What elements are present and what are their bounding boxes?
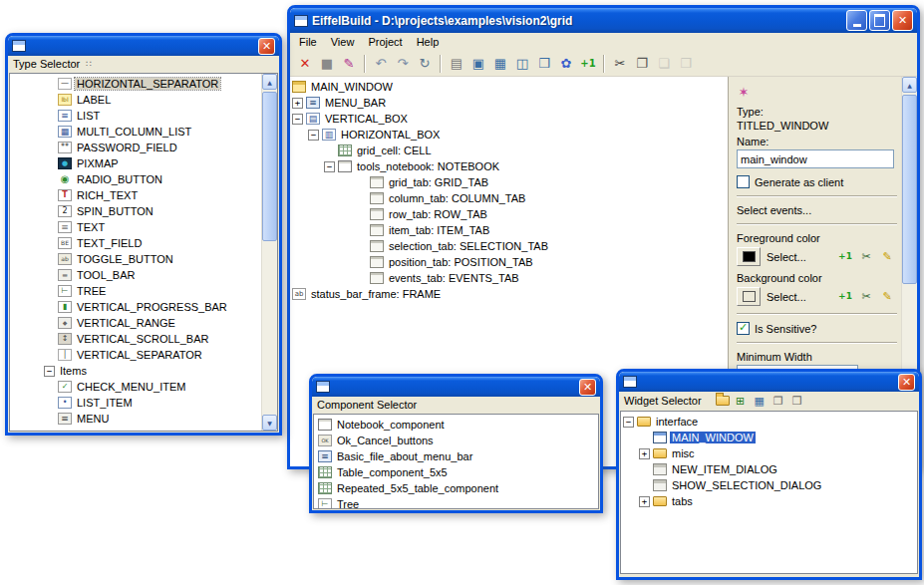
background-select-button[interactable]: Select...: [767, 291, 806, 303]
select-events-button[interactable]: Select events...: [737, 204, 897, 216]
bg-scissors-icon[interactable]: ✂: [859, 291, 873, 303]
fg-add-one-icon[interactable]: +1: [838, 251, 852, 263]
delete-button[interactable]: ✕: [295, 54, 315, 74]
tree-item-list[interactable]: ≡LIST: [10, 108, 261, 124]
foreground-select-button[interactable]: Select...: [767, 251, 806, 263]
minimize-button[interactable]: [846, 10, 867, 31]
list-item-ok-cancel-buttons[interactable]: OKOk_Cancel_buttons: [314, 433, 598, 448]
tree-item-label[interactable]: lblLABEL: [10, 92, 261, 108]
cut-button[interactable]: ✂: [610, 54, 630, 74]
tree-item-new-item-dialog[interactable]: NEW_ITEM_DIALOG: [621, 461, 917, 477]
expander-icon[interactable]: −: [292, 114, 303, 125]
generate-client-checkbox[interactable]: [737, 175, 750, 188]
tree-item-grid-tab-grid-tab[interactable]: grid_tab: GRID_TAB: [290, 174, 728, 190]
type-selector-titlebar[interactable]: [8, 36, 279, 56]
tree-item-check-menu-item[interactable]: ✓CHECK_MENU_ITEM: [10, 379, 261, 395]
tree-item-list-item[interactable]: •LIST_ITEM: [10, 395, 261, 411]
clipboard-button[interactable]: ❒: [676, 54, 696, 74]
menu-item-project[interactable]: Project: [361, 35, 409, 49]
tree-item-spin-button[interactable]: 2SPIN_BUTTON: [10, 203, 261, 219]
list-item-table-component-5x5[interactable]: Table_component_5x5: [314, 464, 598, 480]
tree-item-main-window[interactable]: MAIN_WINDOW: [621, 430, 917, 445]
tree-item-interface[interactable]: −interface: [621, 414, 917, 430]
foreground-color-button[interactable]: [737, 247, 761, 266]
menu-item-file[interactable]: File: [292, 35, 324, 49]
notebook-button[interactable]: ❒: [534, 54, 554, 74]
list-item-notebook-component[interactable]: Notebook_component: [314, 417, 598, 433]
scroll-thumb[interactable]: [262, 92, 277, 241]
show-grid-button[interactable]: ▦: [752, 394, 768, 408]
tree-item-items[interactable]: −Items: [10, 363, 261, 379]
tree-item-horizontal-separator[interactable]: —HORIZONTAL_SEPARATOR: [10, 76, 261, 92]
tree-item-pixmap[interactable]: ●PIXMAP: [10, 155, 261, 171]
new-folder-button[interactable]: [716, 396, 730, 406]
expander-icon[interactable]: −: [623, 417, 634, 428]
expander-icon[interactable]: −: [324, 161, 335, 172]
generate-button[interactable]: ▤: [447, 54, 466, 74]
tree-item-tabs[interactable]: +tabs: [621, 493, 917, 509]
copy-widget-button[interactable]: ❐: [770, 394, 786, 408]
type-selector-scrollbar[interactable]: [261, 74, 277, 431]
tree-item-column-tab-column-tab[interactable]: column_tab: COLUMN_TAB: [290, 190, 728, 206]
tree-item-main-window[interactable]: MAIN_WINDOW: [290, 79, 728, 95]
tree-item-show-selection-dialog[interactable]: SHOW_SELECTION_DIALOG: [621, 477, 917, 493]
add-one-button[interactable]: +1: [578, 54, 598, 74]
list-item-tree[interactable]: ⊢Tree: [314, 496, 598, 508]
tree-item-horizontal-box[interactable]: −▥HORIZONTAL_BOX: [290, 127, 728, 143]
close-button[interactable]: [892, 10, 913, 31]
tree-item-multi-column-list[interactable]: ▦MULTI_COLUMN_LIST: [10, 124, 261, 140]
maximize-button[interactable]: [869, 10, 890, 31]
name-input[interactable]: [737, 149, 894, 168]
add-widget-button[interactable]: ⊞: [733, 394, 749, 408]
table-button[interactable]: ▦: [490, 54, 510, 74]
is-sensitive-checkbox[interactable]: [737, 322, 750, 335]
redo-button[interactable]: ↷: [393, 54, 413, 74]
component-selector-close-button[interactable]: [579, 379, 596, 396]
scroll-thumb[interactable]: [902, 95, 917, 284]
menu-item-help[interactable]: Help: [410, 35, 447, 49]
refresh-button[interactable]: ↻: [415, 54, 435, 74]
component-selector-titlebar[interactable]: [312, 377, 600, 397]
split-button[interactable]: ◫: [512, 54, 532, 74]
tree-item-vertical-box[interactable]: −▤VERTICAL_BOX: [290, 111, 728, 127]
stop-button[interactable]: ■: [317, 54, 337, 74]
tree-item-item-tab-item-tab[interactable]: item_tab: ITEM_TAB: [290, 222, 728, 238]
tree-item-vertical-range[interactable]: ◆VERTICAL_RANGE: [10, 315, 261, 331]
wand-icon[interactable]: ✶: [737, 86, 751, 98]
tree-item-menu-bar[interactable]: +≡MENU_BAR: [290, 95, 728, 111]
expander-icon[interactable]: −: [308, 130, 319, 141]
tree-item-misc[interactable]: +misc: [621, 445, 917, 461]
scroll-up-button[interactable]: [902, 77, 917, 93]
widget-selector-close-button[interactable]: [898, 374, 915, 391]
tree-item-tree[interactable]: ⊢TREE: [10, 283, 261, 299]
expander-icon[interactable]: +: [292, 98, 303, 109]
paste-button[interactable]: ❏: [654, 54, 674, 74]
screen-button[interactable]: ▣: [468, 54, 488, 74]
tree-item-menu[interactable]: ≡MENU: [10, 411, 261, 427]
bg-edit-icon[interactable]: ✎: [880, 291, 894, 303]
tree-item-password-field[interactable]: **PASSWORD_FIELD: [10, 140, 261, 155]
tree-item-vertical-progress-bar[interactable]: ▮VERTICAL_PROGRESS_BAR: [10, 299, 261, 315]
type-selector-close-button[interactable]: [258, 38, 275, 55]
fg-edit-icon[interactable]: ✎: [880, 251, 894, 263]
delete-widget-button[interactable]: ❒: [789, 394, 805, 408]
list-item-repeated-5x5-table-component[interactable]: Repeated_5x5_table_component: [314, 480, 598, 496]
main-titlebar[interactable]: EiffelBuild - D:\projects\examples\visio…: [290, 8, 917, 33]
tree-item-tools-notebook-notebook[interactable]: −tools_notebook: NOTEBOOK: [290, 158, 728, 174]
tree-item-grid-cell-cell[interactable]: grid_cell: CELL: [290, 143, 728, 158]
tree-item-vertical-separator[interactable]: |VERTICAL_SEPARATOR: [10, 347, 261, 363]
community-button[interactable]: ✿: [556, 54, 576, 74]
widget-selector-titlebar[interactable]: [619, 372, 919, 392]
tree-item-text-field[interactable]: BETEXT_FIELD: [10, 235, 261, 251]
tree-item-position-tab-position-tab[interactable]: position_tab: POSITION_TAB: [290, 254, 728, 270]
wand-button[interactable]: ✎: [339, 54, 359, 74]
tree-item-events-tab-events-tab[interactable]: events_tab: EVENTS_TAB: [290, 270, 728, 286]
tree-item-selection-tab-selection-tab[interactable]: selection_tab: SELECTION_TAB: [290, 238, 728, 254]
tree-item-tool-bar[interactable]: ▬TOOL_BAR: [10, 267, 261, 283]
tree-item-row-tab-row-tab[interactable]: row_tab: ROW_TAB: [290, 206, 728, 222]
scroll-down-button[interactable]: [262, 415, 277, 431]
fg-scissors-icon[interactable]: ✂: [859, 251, 873, 263]
expander-icon[interactable]: +: [639, 448, 650, 459]
background-color-button[interactable]: [737, 287, 761, 306]
expander-icon[interactable]: −: [44, 366, 55, 377]
